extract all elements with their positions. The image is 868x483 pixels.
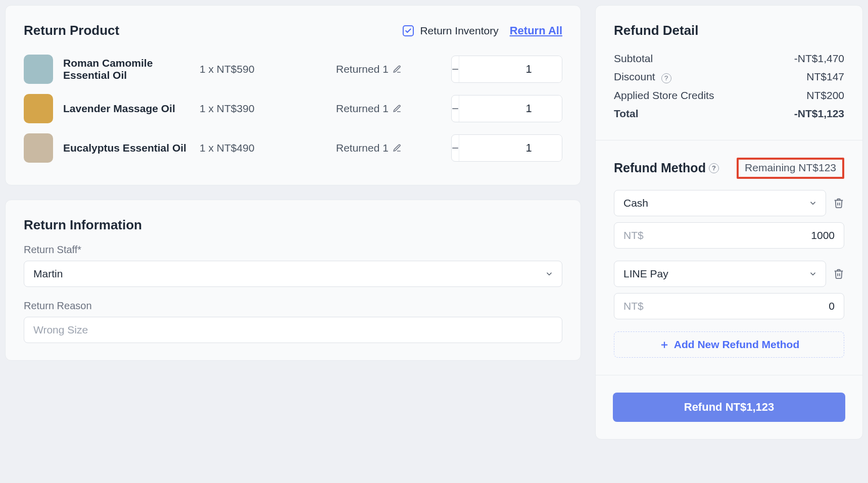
subtotal-label: Subtotal — [614, 53, 653, 65]
product-returned: Returned 1 — [336, 103, 441, 115]
product-returned: Returned 1 — [336, 142, 441, 154]
checkbox-checked-icon — [403, 25, 414, 36]
product-row: Eucalyptus Essential Oil 1 x NT$490 Retu… — [24, 128, 562, 168]
product-name: Eucalyptus Essential Oil — [63, 142, 189, 154]
return-inventory-label: Return Inventory — [420, 25, 498, 37]
return-staff-label: Return Staff* — [24, 244, 562, 256]
refund-detail-section: Refund Detail Subtotal -NT$1,470 Discoun… — [596, 6, 862, 140]
product-thumb — [24, 133, 53, 163]
product-thumb — [24, 55, 53, 84]
refund-method-title-wrap: Refund Method ? — [614, 161, 719, 175]
refund-method-select[interactable]: Cash — [614, 190, 826, 216]
chevron-down-icon — [808, 269, 817, 278]
refund-method-name: LINE Pay — [623, 268, 668, 280]
help-icon[interactable]: ? — [709, 163, 719, 173]
edit-icon[interactable] — [393, 104, 402, 113]
quantity-stepper: − + — [451, 56, 562, 83]
product-price-line: 1 x NT$590 — [200, 63, 326, 75]
refund-row-credits: Applied Store Credits NT$200 — [614, 86, 844, 105]
qty-input[interactable] — [459, 95, 562, 122]
return-info-title: Return Information — [24, 217, 562, 233]
return-product-title: Return Product — [24, 23, 119, 38]
total-value: -NT$1,123 — [794, 108, 844, 120]
discount-value: NT$147 — [806, 71, 844, 83]
return-inventory-checkbox-wrap[interactable]: Return Inventory — [403, 25, 498, 37]
refund-row-total: Total -NT$1,123 — [614, 105, 844, 123]
add-refund-method-button[interactable]: ＋ Add New Refund Method — [614, 331, 844, 358]
refund-method-section: Refund Method ? Remaining NT$123 Cash — [596, 140, 862, 375]
trash-icon[interactable] — [833, 268, 844, 279]
product-name: Lavender Massage Oil — [63, 103, 189, 115]
refund-amount-input[interactable] — [644, 300, 835, 312]
product-name: Roman Camomile Essential Oil — [63, 57, 189, 81]
quantity-stepper: − + — [451, 95, 562, 122]
refund-method-block: Cash NT$ — [614, 190, 844, 249]
product-returned-text: Returned 1 — [336, 63, 389, 75]
qty-input[interactable] — [459, 56, 562, 82]
quantity-stepper: − + — [451, 134, 562, 162]
refund-button[interactable]: Refund NT$1,123 — [613, 393, 845, 422]
refund-row-subtotal: Subtotal -NT$1,470 — [614, 50, 844, 68]
plus-icon: ＋ — [659, 337, 670, 352]
remaining-badge: Remaining NT$123 — [737, 158, 844, 179]
credits-label: Applied Store Credits — [614, 89, 714, 102]
product-returned-text: Returned 1 — [336, 103, 389, 115]
help-icon[interactable]: ? — [661, 73, 671, 83]
refund-amount-input-wrap: NT$ — [614, 222, 844, 249]
qty-decrement-button[interactable]: − — [452, 95, 459, 122]
product-returned-text: Returned 1 — [336, 142, 389, 154]
return-staff-value: Martin — [33, 268, 63, 280]
refund-amount-input-wrap: NT$ — [614, 293, 844, 319]
refund-method-select-row: Cash — [614, 190, 844, 216]
product-row: Lavender Massage Oil 1 x NT$390 Returned… — [24, 89, 562, 128]
chevron-down-icon — [545, 269, 554, 278]
product-returned: Returned 1 — [336, 63, 441, 75]
add-refund-method-label: Add New Refund Method — [674, 339, 799, 351]
total-label: Total — [614, 108, 639, 120]
refund-method-header: Refund Method ? Remaining NT$123 — [614, 158, 844, 179]
refund-row-discount: Discount ? NT$147 — [614, 68, 844, 86]
return-all-link[interactable]: Return All — [510, 24, 562, 37]
discount-label: Discount ? — [614, 71, 671, 83]
return-reason-input[interactable] — [24, 317, 562, 343]
product-price-line: 1 x NT$390 — [200, 103, 326, 115]
return-staff-select[interactable]: Martin — [24, 261, 562, 287]
return-product-card: Return Product Return Inventory Return A… — [5, 5, 581, 185]
refund-method-block: LINE Pay NT$ — [614, 261, 844, 319]
trash-icon[interactable] — [833, 198, 844, 209]
refund-method-select-row: LINE Pay — [614, 261, 844, 287]
qty-input[interactable] — [459, 135, 562, 161]
product-row: Roman Camomile Essential Oil 1 x NT$590 … — [24, 50, 562, 89]
product-thumb — [24, 94, 53, 123]
refund-detail-title: Refund Detail — [614, 23, 844, 38]
subtotal-value: -NT$1,470 — [794, 53, 844, 65]
qty-decrement-button[interactable]: − — [452, 56, 459, 82]
refund-action-section: Refund NT$1,123 — [596, 375, 862, 439]
amount-prefix: NT$ — [623, 300, 644, 312]
edit-icon[interactable] — [393, 65, 402, 74]
qty-decrement-button[interactable]: − — [452, 135, 459, 161]
amount-prefix: NT$ — [623, 229, 644, 242]
refund-method-title: Refund Method — [614, 161, 706, 175]
refund-panel: Refund Detail Subtotal -NT$1,470 Discoun… — [595, 5, 863, 440]
refund-amount-input[interactable] — [644, 229, 835, 242]
credits-value: NT$200 — [806, 89, 844, 102]
edit-icon[interactable] — [393, 143, 402, 153]
product-price-line: 1 x NT$490 — [200, 142, 326, 154]
refund-method-name: Cash — [623, 197, 648, 209]
return-product-header-actions: Return Inventory Return All — [403, 24, 562, 37]
return-reason-label: Return Reason — [24, 300, 562, 312]
chevron-down-icon — [808, 199, 817, 208]
refund-method-select[interactable]: LINE Pay — [614, 261, 826, 287]
return-product-header: Return Product Return Inventory Return A… — [24, 23, 562, 38]
return-information-card: Return Information Return Staff* Martin … — [5, 200, 581, 361]
